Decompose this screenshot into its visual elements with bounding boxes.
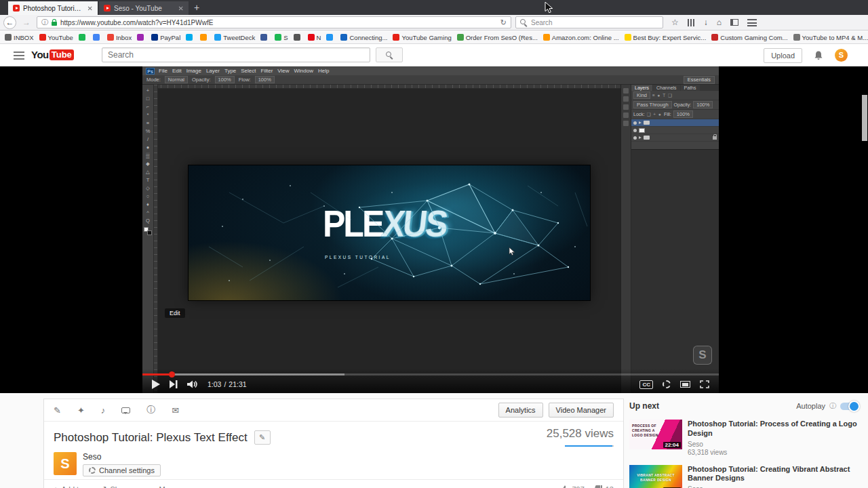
end-screen-icon[interactable]: ✉: [172, 405, 179, 415]
edit-annotation-tooltip[interactable]: Edit: [165, 308, 185, 318]
edit-title-button[interactable]: ✎: [254, 430, 271, 445]
video-manager-button[interactable]: Video Manager: [549, 403, 614, 418]
browser-tab-active[interactable]: Photoshop Tutorial: Plexus... ✕: [8, 1, 98, 15]
suggested-video-channel[interactable]: Seso: [688, 485, 859, 488]
bookmark-item[interactable]: [137, 34, 146, 41]
layers-tab: Layers: [631, 85, 652, 91]
bookmark-item[interactable]: YouTube to MP4 & M...: [793, 34, 868, 41]
like-ratio-bar: [565, 445, 614, 447]
photoshop-menu-item: Filter: [261, 68, 273, 74]
bookmark-item[interactable]: INBOX: [5, 34, 34, 41]
photoshop-tool-icon: ≡: [146, 119, 149, 127]
add-to-button[interactable]: +Add to: [54, 485, 83, 488]
library-icon[interactable]: [688, 19, 695, 26]
autoplay-toggle[interactable]: [840, 403, 859, 410]
bookmark-item[interactable]: Order From SesO (Res...: [457, 34, 538, 41]
theater-mode-button[interactable]: [680, 381, 690, 388]
bookmark-item[interactable]: [294, 34, 302, 41]
annotations-bubble-icon[interactable]: [121, 407, 130, 413]
opacity-dropdown: 100%: [215, 76, 235, 83]
home-icon[interactable]: ⌂: [717, 18, 722, 27]
thumbnail-text: PROCESS OF CREATING A LOGO DESIGN: [632, 424, 663, 438]
more-button[interactable]: •••More: [148, 485, 176, 488]
analytics-button[interactable]: Analytics: [498, 403, 543, 418]
bookmark-item[interactable]: TweetDeck: [214, 34, 255, 41]
tab-close-icon[interactable]: ✕: [87, 5, 93, 12]
browser-search-bar[interactable]: Search: [515, 16, 663, 28]
sidebar-toggle-icon[interactable]: [730, 19, 738, 26]
reload-icon[interactable]: ↻: [500, 18, 507, 27]
upload-button[interactable]: Upload: [764, 48, 802, 63]
bookmark-item[interactable]: S: [275, 34, 288, 41]
bookmark-star-icon[interactable]: ☆: [671, 18, 679, 27]
photoshop-tool-icon: ^: [146, 209, 149, 216]
video-meta: Photoshop Tutorial: Creating Vibrant Abs…: [688, 465, 859, 488]
youtube-logo[interactable]: You Tube: [31, 49, 74, 60]
captions-button[interactable]: CC: [639, 380, 653, 389]
channel-watermark[interactable]: S: [693, 346, 712, 365]
suggested-video-title[interactable]: Photoshop Tutorial: Creating Vibrant Abs…: [688, 465, 859, 484]
page-info-icon[interactable]: ⓘ: [41, 18, 48, 27]
fullscreen-button[interactable]: [700, 380, 709, 388]
new-tab-button[interactable]: +: [194, 2, 199, 13]
guide-hamburger-icon[interactable]: [14, 52, 24, 60]
like-button[interactable]: 797: [560, 485, 584, 488]
downloads-icon[interactable]: ↓: [704, 18, 708, 27]
bookmark-item[interactable]: [93, 34, 102, 41]
bookmark-item[interactable]: Custom Gaming Com...: [711, 34, 787, 41]
url-bar[interactable]: ⓘ https://www.youtube.com/watch?v=HY41d1…: [37, 16, 511, 28]
page-scrollbar[interactable]: [861, 44, 868, 488]
channel-name[interactable]: Seso: [83, 452, 161, 462]
bookmark-item[interactable]: Best Buy: Expert Servic...: [625, 34, 707, 41]
suggested-video-channel[interactable]: Seso: [688, 441, 859, 448]
video-thumbnail[interactable]: PROCESS OF CREATING A LOGO DESIGN 22:04: [629, 420, 682, 449]
browser-tab-inactive[interactable]: Seso - YouTube ✕: [99, 1, 189, 15]
suggested-video-title[interactable]: Photoshop Tutorial: Process of Creating …: [688, 420, 859, 439]
play-button[interactable]: [152, 380, 160, 389]
video-thumbnail[interactable]: VIBRANT ABSTRACT BANNER DESIGN 25:52: [629, 465, 682, 488]
youtube-search-button[interactable]: [376, 47, 403, 62]
audio-note-icon[interactable]: ♪: [101, 405, 106, 415]
next-button[interactable]: [170, 380, 178, 388]
bookmark-item[interactable]: Connecting...: [340, 34, 387, 41]
bookmark-item[interactable]: Amazon.com: Online ...: [543, 34, 619, 41]
settings-gear-icon[interactable]: [663, 380, 671, 388]
youtube-search-input[interactable]: [102, 47, 370, 62]
tab-close-icon[interactable]: ✕: [178, 5, 184, 12]
channel-settings-button[interactable]: Channel settings: [83, 464, 161, 476]
bookmark-item[interactable]: [79, 34, 87, 41]
channel-avatar[interactable]: S: [54, 452, 77, 475]
bookmark-item[interactable]: Inbox: [107, 34, 132, 41]
bookmark-item[interactable]: YouTube Gaming: [393, 34, 451, 41]
menu-icon[interactable]: [747, 19, 757, 26]
up-next-item[interactable]: PROCESS OF CREATING A LOGO DESIGN 22:04 …: [629, 420, 859, 456]
volume-button[interactable]: [187, 380, 198, 388]
photoshop-menu-item: Select: [241, 68, 256, 74]
photoshop-tool-icon: ♦: [146, 201, 149, 208]
forward-button[interactable]: →: [20, 18, 33, 27]
search-placeholder-text: Search: [531, 19, 553, 26]
bookmark-item[interactable]: PayPal: [151, 34, 180, 41]
scrollbar-thumb[interactable]: [862, 95, 867, 141]
bookmark-favicon: [5, 34, 12, 41]
edit-pencil-icon[interactable]: ✎: [54, 405, 61, 415]
bookmark-item[interactable]: N: [308, 34, 321, 41]
bookmark-item[interactable]: YouTube: [39, 34, 73, 41]
enhancements-wand-icon[interactable]: ✦: [77, 405, 85, 415]
bookmark-item[interactable]: [200, 34, 209, 41]
autoplay-info-icon[interactable]: ⓘ: [829, 401, 836, 411]
bookmark-item[interactable]: [260, 34, 269, 41]
dislike-button[interactable]: 13: [594, 485, 614, 488]
photoshop-options-bar: Mode: Normal Opacity: 100% Flow: 100% Es…: [142, 75, 719, 85]
up-next-item[interactable]: VIBRANT ABSTRACT BANNER DESIGN 25:52 Pho…: [629, 465, 859, 488]
back-button[interactable]: ←: [3, 16, 16, 29]
account-avatar[interactable]: S: [835, 49, 848, 62]
video-player[interactable]: Ps FileEditImageLayerTypeSelectFilterVie…: [142, 66, 719, 393]
share-button[interactable]: ↗Share: [100, 485, 130, 488]
photoshop-logo: Ps: [146, 68, 155, 75]
cards-info-icon[interactable]: ⓘ: [146, 404, 155, 416]
up-next-title: Up next: [629, 401, 659, 411]
bookmark-item[interactable]: [186, 34, 195, 41]
notifications-bell-icon[interactable]: [814, 50, 823, 60]
bookmark-item[interactable]: [326, 34, 335, 41]
